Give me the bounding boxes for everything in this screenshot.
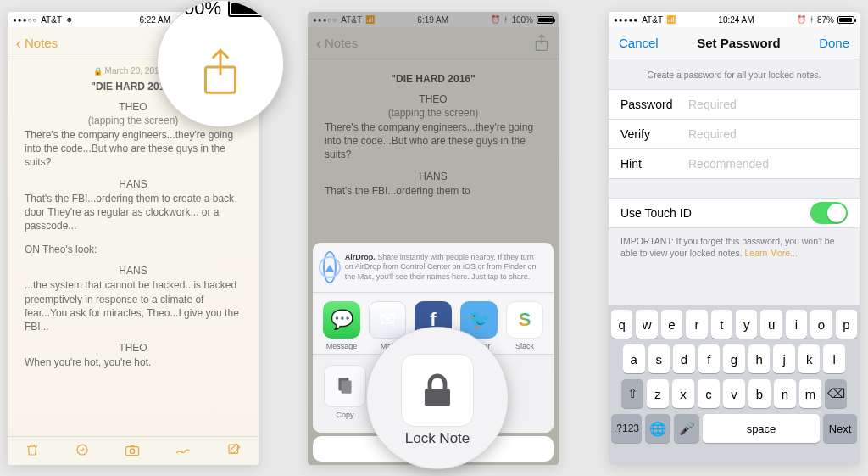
compose-icon — [226, 442, 242, 457]
field-placeholder: Recommended — [688, 157, 769, 171]
key-f[interactable]: f — [698, 344, 721, 373]
clock-label: 6:22 AM — [139, 15, 170, 25]
key-t[interactable]: t — [711, 310, 732, 339]
bottom-toolbar — [8, 436, 259, 465]
verify-field-row[interactable]: Verify Required — [609, 119, 860, 149]
mail-icon: ✉ — [369, 301, 406, 339]
slack-icon: S — [506, 301, 543, 339]
sketch-icon — [175, 442, 192, 457]
carrier-label: AT&T — [41, 15, 62, 25]
carrier-label: AT&T — [642, 15, 663, 25]
cancel-button[interactable]: Cancel — [619, 36, 659, 50]
key-p[interactable]: p — [836, 310, 857, 339]
key-q[interactable]: q — [611, 310, 632, 339]
key-backspace[interactable]: ⌫ — [825, 379, 847, 408]
key-shift[interactable]: ⇧ — [621, 379, 643, 408]
phone-screen-3: ●●●●● AT&T 📶 10:24 AM ⏰ ᚼ 87% Cancel Set… — [609, 12, 860, 465]
key-a[interactable]: a — [623, 344, 645, 373]
lock-icon: 🔒 — [93, 67, 103, 76]
form-subtitle: Create a password for all your locked no… — [609, 59, 860, 90]
sketch-button[interactable] — [175, 442, 192, 461]
svg-rect-8 — [342, 381, 352, 394]
share-button-zoom[interactable] — [197, 47, 244, 103]
svg-rect-10 — [425, 389, 450, 406]
keyboard: qwertyuiop asdfghjkl ⇧zxcvbnm⌫ .?123 🌐 🎤… — [609, 305, 860, 465]
battery-percent-label: 87% — [817, 15, 834, 25]
key-v[interactable]: v — [723, 379, 745, 408]
back-button[interactable]: ‹ Notes — [16, 36, 58, 51]
battery-icon — [837, 16, 854, 24]
key-z[interactable]: z — [647, 379, 669, 408]
key-y[interactable]: y — [736, 310, 757, 339]
battery-percent-label: 100% — [174, 0, 221, 20]
key-c[interactable]: c — [698, 379, 720, 408]
touch-id-row: Use Touch ID — [609, 198, 860, 228]
airdrop-text: AirDrop. Share instantly with people nea… — [345, 253, 543, 282]
key-g[interactable]: g — [723, 344, 745, 373]
bluetooth-icon: ᚼ — [810, 15, 814, 24]
key-dictation[interactable]: 🎤 — [674, 414, 699, 443]
key-next[interactable]: Next — [823, 414, 857, 443]
share-app-slack[interactable]: SSlack — [504, 301, 545, 350]
wifi-icon: ☻ — [65, 15, 73, 24]
signal-dots-icon: ●●●○○ — [13, 16, 37, 24]
key-s[interactable]: s — [648, 344, 670, 373]
action-copy[interactable]: Copy — [323, 365, 367, 419]
clock-label: 10:24 AM — [718, 15, 754, 25]
done-button[interactable]: Done — [819, 36, 849, 50]
back-label: Notes — [25, 36, 58, 50]
airdrop-row[interactable]: AirDrop. Share instantly with people nea… — [313, 243, 554, 293]
field-label: Verify — [620, 127, 688, 141]
share-app-message[interactable]: 💬Message — [321, 301, 362, 350]
learn-more-link[interactable]: Learn More... — [745, 248, 798, 258]
key-space[interactable]: space — [703, 414, 820, 443]
note-body: THEO(tapping the screen)There's the comp… — [25, 101, 242, 369]
key-u[interactable]: u — [760, 310, 782, 339]
compose-button[interactable] — [226, 442, 242, 461]
battery-icon — [228, 0, 267, 17]
key-l[interactable]: l — [823, 344, 845, 373]
camera-button[interactable] — [124, 442, 141, 461]
key-n[interactable]: n — [774, 379, 796, 408]
nav-bar: Cancel Set Password Done — [609, 27, 860, 59]
magnifier-share-button: 100% — [157, 0, 284, 127]
key-j[interactable]: j — [773, 344, 795, 373]
key-m[interactable]: m — [799, 379, 821, 408]
key-e[interactable]: e — [661, 310, 682, 339]
touch-id-label: Use Touch ID — [620, 206, 692, 220]
lock-icon — [417, 370, 458, 411]
key-b[interactable]: b — [748, 379, 771, 408]
touch-id-switch[interactable] — [810, 202, 848, 224]
lock-note-label: Lock Note — [405, 430, 470, 447]
key-x[interactable]: x — [672, 379, 694, 408]
key-h[interactable]: h — [748, 344, 771, 373]
key-w[interactable]: w — [636, 310, 657, 339]
svg-rect-2 — [125, 446, 138, 455]
key-r[interactable]: r — [686, 310, 707, 339]
key-numeric[interactable]: .?123 — [611, 414, 642, 443]
signal-dots-icon: ●●●●● — [614, 16, 638, 24]
key-k[interactable]: k — [798, 344, 821, 373]
field-label: Hint — [620, 157, 688, 171]
page-title: Set Password — [697, 36, 780, 50]
key-o[interactable]: o — [810, 310, 832, 339]
field-label: Password — [620, 98, 688, 111]
field-placeholder: Required — [688, 98, 737, 111]
checklist-icon — [75, 442, 90, 457]
key-i[interactable]: i — [786, 310, 807, 339]
message-icon: 💬 — [323, 301, 360, 339]
lock-note-action-zoom[interactable] — [401, 354, 474, 427]
set-password-form: Create a password for all your locked no… — [609, 59, 860, 305]
share-icon — [197, 47, 244, 99]
trash-button[interactable] — [25, 442, 40, 461]
hint-field-row[interactable]: Hint Recommended — [609, 148, 860, 179]
copy-icon — [324, 365, 366, 407]
password-field-row[interactable]: Password Required — [609, 89, 860, 120]
checklist-button[interactable] — [75, 442, 90, 461]
key-globe[interactable]: 🌐 — [645, 414, 670, 443]
field-placeholder: Required — [688, 127, 737, 141]
svg-point-3 — [130, 449, 134, 453]
svg-rect-4 — [229, 445, 238, 454]
airdrop-icon — [323, 251, 337, 283]
key-d[interactable]: d — [673, 344, 695, 373]
